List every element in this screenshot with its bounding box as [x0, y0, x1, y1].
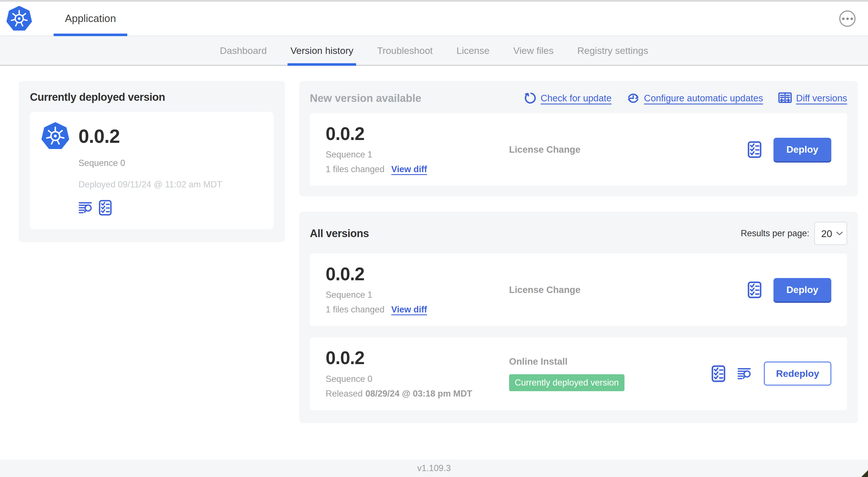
view-diff-link[interactable]: View diff [392, 304, 427, 315]
checklist-icon [99, 200, 112, 216]
view-logs-button[interactable] [79, 202, 93, 214]
top-header: Application [0, 2, 868, 36]
tab-dashboard[interactable]: Dashboard [219, 36, 268, 65]
preflight-checks-button[interactable] [747, 141, 762, 158]
released-label: Released [326, 389, 363, 398]
console-version: v1.109.3 [417, 463, 451, 473]
refresh-icon [524, 92, 536, 105]
all-versions-title: All versions [310, 228, 369, 240]
deployed-sequence-label: Sequence 0 [79, 158, 262, 168]
app-tab-label: Application [65, 13, 116, 25]
version-source-label: License Change [509, 144, 739, 155]
page-footer: v1.109.3 [0, 459, 868, 477]
new-version-title: New version available [310, 92, 421, 105]
all-versions-panel: All versions Results per page: 20 [299, 212, 858, 423]
version-row-sequence-1: 0.0.2 Sequence 1 1 files changed View di… [310, 254, 847, 326]
configure-automatic-updates-link[interactable]: Configure automatic updates [627, 92, 763, 105]
results-per-page-select[interactable]: 20 [814, 222, 847, 245]
version-source-label: License Change [509, 285, 739, 295]
preflight-checks-button[interactable] [747, 281, 762, 298]
preflight-checks-button[interactable] [99, 200, 112, 216]
view-logs-button[interactable] [737, 367, 752, 380]
files-changed-label: 1 files changed [326, 164, 384, 174]
deployed-timestamp: Deployed 09/11/24 @ 11:02 am MDT [79, 180, 262, 190]
diff-versions-label: Diff versions [796, 93, 847, 103]
overflow-menu-button[interactable] [839, 10, 856, 27]
checklist-icon [747, 281, 762, 298]
kubernetes-logo-icon [6, 6, 32, 32]
check-for-update-link[interactable]: Check for update [524, 92, 612, 105]
clock-sync-icon [627, 92, 640, 105]
deployed-version-number: 0.0.2 [79, 125, 120, 147]
tab-registry-settings[interactable]: Registry settings [576, 36, 649, 65]
preflight-checks-button[interactable] [711, 365, 725, 382]
version-row-sequence-0: 0.0.2 Sequence 0 Released08/29/24 @ 03:1… [310, 337, 847, 410]
logs-magnifier-icon [79, 202, 93, 214]
files-changed-label: 1 files changed [326, 304, 384, 315]
currently-deployed-card: 0.0.2 Sequence 0 Deployed 09/11/24 @ 11:… [30, 112, 274, 229]
version-number: 0.0.2 [326, 265, 509, 284]
currently-deployed-panel: Currently deployed version 0.0.2 Sequenc… [19, 81, 285, 242]
ellipsis-icon [842, 18, 844, 20]
tab-version-history[interactable]: Version history [289, 36, 354, 65]
currently-deployed-title: Currently deployed version [30, 91, 274, 103]
released-date: 08/29/24 @ 03:18 pm MDT [365, 389, 472, 398]
diff-versions-link[interactable]: Diff versions [778, 92, 847, 104]
deploy-button[interactable]: Deploy [773, 138, 831, 161]
ellipsis-icon [850, 18, 853, 20]
configure-automatic-updates-label: Configure automatic updates [644, 93, 763, 103]
tab-view-files[interactable]: View files [512, 36, 555, 65]
checklist-icon [711, 365, 725, 382]
sequence-label: Sequence 0 [326, 374, 509, 384]
cursor-artifact [861, 470, 868, 477]
results-per-page-label: Results per page: [741, 228, 809, 239]
currently-deployed-badge: Currently deployed version [509, 374, 624, 391]
redeploy-button[interactable]: Redeploy [764, 362, 831, 386]
released-timestamp: Released08/29/24 @ 03:18 pm MDT [326, 389, 509, 399]
sequence-label: Sequence 1 [326, 150, 509, 160]
checklist-icon [747, 141, 762, 158]
version-number: 0.0.2 [326, 124, 509, 143]
deploy-button[interactable]: Deploy [773, 278, 831, 301]
new-version-panel: New version available Check for update [299, 81, 858, 197]
ellipsis-icon [846, 18, 849, 20]
new-version-card: 0.0.2 Sequence 1 1 files changed View di… [310, 113, 847, 186]
version-source-label: Online Install [509, 356, 703, 367]
tab-license[interactable]: License [456, 36, 491, 65]
app-subnav: Dashboard Version history Troubleshoot L… [0, 36, 868, 66]
view-diff-link[interactable]: View diff [392, 164, 427, 174]
logs-magnifier-icon [737, 367, 752, 380]
version-history-page: { "colors": { "accent_blue": "#326de6", … [0, 0, 868, 477]
tab-troubleshoot[interactable]: Troubleshoot [376, 36, 434, 65]
split-diff-icon [778, 92, 792, 104]
tab-application[interactable]: Application [54, 2, 127, 35]
version-number: 0.0.2 [326, 349, 509, 367]
sequence-label: Sequence 1 [326, 290, 509, 300]
main-content: Currently deployed version 0.0.2 Sequenc… [0, 66, 868, 459]
kubernetes-app-icon [41, 122, 69, 150]
check-for-update-label: Check for update [541, 93, 612, 103]
